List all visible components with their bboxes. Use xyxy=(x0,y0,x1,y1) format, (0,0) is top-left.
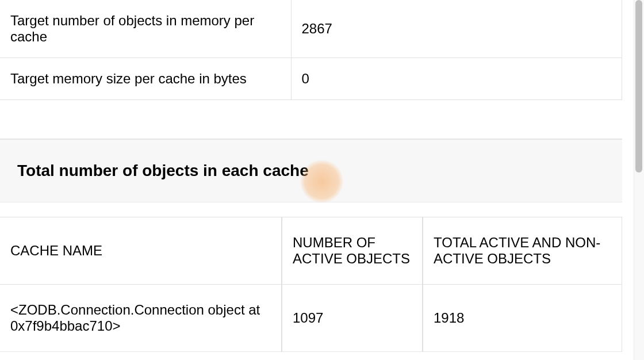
section-title: Total number of objects in each cache xyxy=(17,162,309,179)
param-label: Target memory size per cache in bytes xyxy=(0,58,291,100)
table-row: Target memory size per cache in bytes 0 xyxy=(0,58,622,100)
scrollbar-track[interactable] xyxy=(634,0,644,360)
section-header: Total number of objects in each cache xyxy=(0,139,622,202)
col-header-active-objects: NUMBER OF ACTIVE OBJECTS xyxy=(282,217,423,285)
cache-active: 1097 xyxy=(282,285,423,352)
table-header-row: CACHE NAME NUMBER OF ACTIVE OBJECTS TOTA… xyxy=(0,217,622,285)
param-label: Target number of objects in memory per c… xyxy=(0,0,291,58)
table-row: <ZODB.Connection.Connection object at 0x… xyxy=(0,285,622,352)
gap xyxy=(0,202,622,217)
content-area: Target number of objects in memory per c… xyxy=(0,0,644,352)
cache-name: <ZODB.Connection.Connection object at 0x… xyxy=(0,285,282,352)
param-value: 0 xyxy=(291,58,622,100)
scrollbar-thumb[interactable] xyxy=(635,0,642,173)
param-value: 2867 xyxy=(291,0,622,58)
col-header-cache-name: CACHE NAME xyxy=(0,217,282,285)
cache-total: 1918 xyxy=(423,285,622,352)
spacer xyxy=(0,100,622,139)
table-row: Target number of objects in memory per c… xyxy=(0,0,622,58)
params-table: Target number of objects in memory per c… xyxy=(0,0,622,100)
cache-table: CACHE NAME NUMBER OF ACTIVE OBJECTS TOTA… xyxy=(0,217,622,352)
col-header-total-objects: TOTAL ACTIVE AND NON-ACTIVE OBJECTS xyxy=(423,217,622,285)
